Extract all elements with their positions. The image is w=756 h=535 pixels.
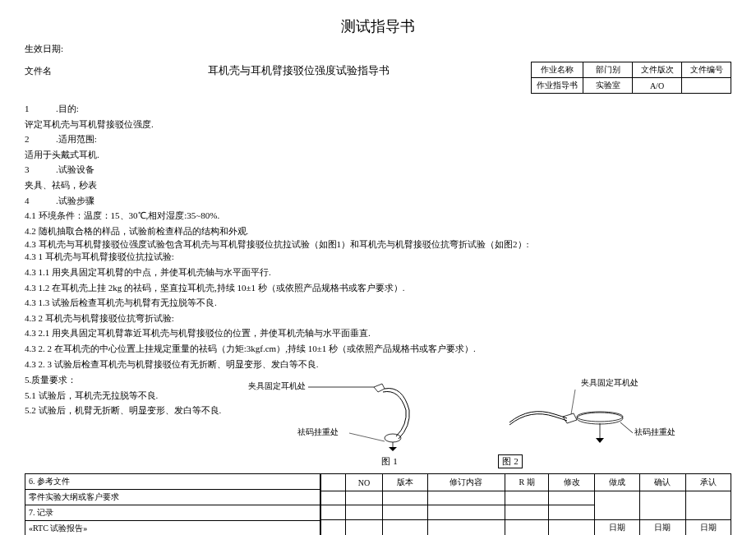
svg-line-8 <box>571 390 575 414</box>
body-line: 4.2 随机抽取合格的样品，试验前检查样品的结构和外观. <box>25 224 731 239</box>
br-cell <box>382 505 427 519</box>
br-cell <box>549 519 594 535</box>
meta-table: 作业名称 部门别 文件版次 文件编号 作业指导书 实验室 A/O <box>531 62 731 94</box>
body-line: 4.3 2.1 用夹具固定耳机臂靠近耳机壳与机臂接驳位的位置，并使耳机壳轴与水平… <box>25 326 731 341</box>
br-date: 日期 <box>640 519 685 535</box>
diagram-2-clamp-label: 夹具固定耳机处 <box>579 377 640 389</box>
br-h7: 确认 <box>640 474 685 491</box>
br-h3: 修订内容 <box>428 474 505 491</box>
figure-labels: 图 1 图 2 <box>25 454 731 468</box>
file-name: 耳机壳与耳机臂接驳位强度试验指导书 <box>66 62 531 78</box>
br-cell <box>685 491 731 519</box>
br-date: 日期 <box>594 519 639 535</box>
svg-point-1 <box>385 434 401 442</box>
body-line: 4.3 耳机壳与耳机臂接驳位强度试验包含耳机壳与耳机臂接驳位抗拉试验（如图1）和… <box>25 239 731 249</box>
meta-h2: 部门别 <box>583 62 633 78</box>
br-cell <box>428 505 505 519</box>
body-line: 1.目的: <box>25 102 731 117</box>
br-h2: 版本 <box>382 474 427 491</box>
body-line: 4.3 2. 3 试验后检查耳机壳与机臂接驳位有无折断、明显变形、发白等不良. <box>25 357 731 372</box>
diagram-1-clamp-label: 夹具固定耳机处 <box>247 380 307 392</box>
body-line: 适用于头戴式耳机. <box>25 148 731 163</box>
bottom-tables: 6. 参考文件 零件实验大纲或客户要求 7. 记录 «RTC 试验报告» NO … <box>25 473 731 535</box>
meta-v1: 作业指导书 <box>532 78 583 94</box>
body-line: 4.3 1 耳机壳与耳机臂接驳位抗拉试验: <box>25 250 731 265</box>
body-line: 4.3 2 耳机壳与机臂接驳位抗弯折试验: <box>25 311 731 326</box>
br-h5: 修改 <box>549 474 594 491</box>
meta-h4: 文件编号 <box>682 62 731 78</box>
br-cell <box>505 491 549 505</box>
body-line: 2.适用范围: <box>25 132 731 147</box>
header-row: 文件名 耳机壳与耳机臂接驳位强度试验指导书 作业名称 部门别 文件版次 文件编号… <box>25 62 731 94</box>
br-cell <box>346 519 383 535</box>
body-line: 3.试验设备 <box>25 163 731 178</box>
br-cell <box>346 491 383 505</box>
diagram-1: 夹具固定耳机处 祛码挂重处 <box>288 377 452 451</box>
br-cell <box>428 491 505 505</box>
br-h1: NO <box>346 474 383 491</box>
br-cell <box>505 505 549 519</box>
svg-point-5 <box>577 412 623 422</box>
file-label: 文件名 <box>25 62 66 77</box>
svg-line-3 <box>349 433 385 441</box>
br-date: 日期 <box>685 519 731 535</box>
fig2-label: 图 2 <box>498 454 522 468</box>
body-line: 4.1 环境条件：温度：15、30℃,相对湿度:35~80%. <box>25 209 731 224</box>
bl-r1: 6. 参考文件 <box>25 474 320 490</box>
meta-v4 <box>682 78 731 94</box>
br-cell <box>321 491 346 505</box>
effective-date-label: 生效日期: <box>25 43 731 55</box>
diagram-1-svg <box>288 377 452 451</box>
body-line: 4.3 2. 2 在耳机壳的中心位置上挂规定重量的祛码（力矩:3kgf.cm）,… <box>25 342 731 357</box>
bottom-left-table: 6. 参考文件 零件实验大纲或客户要求 7. 记录 «RTC 试验报告» <box>25 473 320 535</box>
body-line: 4.3 1.1 用夹具固定耳机臂的中点，并使耳机壳轴与水平面平行. <box>25 265 731 280</box>
br-blank <box>321 474 346 491</box>
diagram-1-weight-label: 祛码挂重处 <box>296 427 340 438</box>
diagram-2-weight-label: 祛码挂重处 <box>633 427 677 438</box>
meta-v3: A/O <box>633 78 682 94</box>
bl-r3: 7. 记录 <box>25 505 320 521</box>
body-line: 评定耳机壳与耳机臂接驳位强度. <box>25 118 731 132</box>
br-cell <box>382 519 427 535</box>
bl-r2: 零件实验大纲或客户要求 <box>25 490 320 505</box>
fig1-label: 图 1 <box>381 456 397 466</box>
meta-h1: 作业名称 <box>532 62 583 78</box>
body-line: 夹具、祛码，秒表 <box>25 178 731 193</box>
br-cell <box>428 519 505 535</box>
body-line: 4.试验步骤 <box>25 194 731 209</box>
svg-point-4 <box>577 413 623 424</box>
bottom-right-table: NO 版本 修订内容 R 期 修改 做成 确认 承认 <box>320 473 731 535</box>
br-h6: 做成 <box>594 474 639 491</box>
br-cell <box>382 491 427 505</box>
body-line: 4.3 1.3 试验后检查耳机壳与机臂有无拉脱等不良. <box>25 296 731 311</box>
br-cell <box>346 505 383 519</box>
br-cell <box>505 519 549 535</box>
page-title: 测试指导书 <box>25 16 731 36</box>
br-cell <box>549 491 594 505</box>
meta-v2: 实验室 <box>583 78 633 94</box>
br-cell <box>321 519 346 535</box>
body-line: 5.2 试验后，机臂无折断、明显变形、发白等不良. <box>25 404 288 418</box>
bl-r4: «RTC 试验报告» <box>25 521 320 535</box>
br-cell <box>549 505 594 519</box>
body-line: 4.3 1.2 在耳机壳上挂 2kg 的祛码，坚直拉耳机壳,持续 10±1 秒（… <box>25 281 731 296</box>
br-cell <box>640 491 685 519</box>
br-cell <box>594 491 639 519</box>
meta-h3: 文件版次 <box>633 62 682 78</box>
br-h4: R 期 <box>505 474 549 491</box>
diagram-2: 夹具固定耳机处 祛码挂重处 <box>501 377 690 451</box>
br-cell <box>321 505 346 519</box>
br-h8: 承认 <box>685 474 731 491</box>
